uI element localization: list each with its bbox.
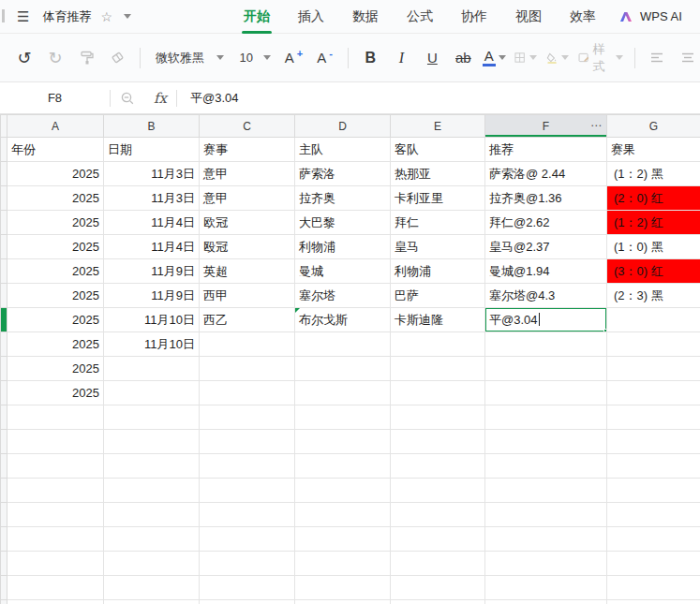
cell[interactable] [295, 332, 391, 357]
cell[interactable] [607, 527, 700, 552]
cell[interactable]: 巴萨 [391, 284, 485, 308]
cell[interactable] [200, 430, 295, 454]
cell[interactable] [295, 552, 391, 576]
cell[interactable] [485, 600, 607, 604]
cell[interactable] [391, 576, 485, 600]
cell[interactable] [295, 430, 391, 454]
cell[interactable] [200, 552, 295, 576]
fill-color-button[interactable] [545, 45, 569, 71]
align-left-button[interactable] [647, 45, 669, 71]
cell[interactable]: 拉齐奥 [295, 186, 391, 211]
cell[interactable] [104, 454, 200, 479]
formula-content[interactable]: 平@3.04 [190, 90, 239, 107]
cell[interactable]: 塞尔塔@4.3 [485, 284, 607, 308]
cell[interactable] [295, 527, 391, 552]
cell[interactable] [391, 552, 485, 576]
tab-collaborate[interactable]: 协作 [459, 8, 489, 25]
cell[interactable]: 主队 [295, 138, 391, 162]
cell[interactable] [295, 381, 391, 405]
cell[interactable]: 2025 [7, 211, 104, 235]
cell[interactable] [104, 479, 200, 503]
cell[interactable] [607, 479, 700, 503]
cell[interactable] [391, 357, 485, 381]
cell[interactable] [607, 332, 700, 357]
cell[interactable]: 殴冠 [200, 235, 295, 259]
cell[interactable]: 卡斯迪隆 [391, 308, 485, 332]
font-color-button[interactable]: A [483, 45, 505, 71]
cell[interactable]: 利物浦 [391, 259, 485, 284]
cell-style-button[interactable]: 样式 [577, 45, 623, 71]
cell[interactable] [295, 479, 391, 503]
insert-function-button[interactable]: fx [154, 90, 167, 107]
cell[interactable]: 热那亚 [391, 162, 485, 186]
cell[interactable] [7, 430, 104, 454]
cell-F8-editing[interactable]: 平@3.04 [485, 308, 607, 332]
borders-button[interactable] [514, 45, 536, 71]
cell[interactable] [7, 454, 104, 479]
row-header[interactable] [1, 259, 7, 284]
row-header[interactable] [1, 503, 7, 527]
row-header-selected[interactable] [1, 308, 7, 332]
hamburger-menu-icon[interactable]: ☰ [17, 8, 29, 25]
cell[interactable] [391, 332, 485, 357]
cell[interactable]: 西甲 [200, 284, 295, 308]
cell[interactable] [391, 600, 485, 604]
tab-view[interactable]: 视图 [514, 8, 544, 25]
column-header-B[interactable]: B [104, 115, 200, 138]
undo-button[interactable]: ↺ [13, 45, 36, 71]
cell[interactable] [200, 357, 295, 381]
cell[interactable] [7, 600, 104, 604]
row-header[interactable] [1, 235, 7, 259]
cell-flagged[interactable]: 布尔戈斯 [295, 308, 391, 332]
eraser-button[interactable] [106, 45, 128, 71]
cell[interactable] [391, 479, 485, 503]
cell[interactable] [391, 381, 485, 405]
column-header-F[interactable]: F ⋯ [485, 115, 607, 138]
cell[interactable] [485, 479, 607, 503]
cell[interactable]: 赛事 [200, 138, 295, 162]
cell[interactable]: 拜仁@2.62 [485, 211, 607, 235]
cell[interactable]: 2025 [7, 308, 104, 332]
underline-button[interactable]: U [421, 45, 443, 71]
cell[interactable]: 2025 [7, 162, 104, 186]
column-menu-icon[interactable]: ⋯ [590, 119, 602, 132]
cell[interactable] [200, 600, 295, 604]
cell[interactable]: 2025 [7, 284, 104, 308]
cell[interactable] [104, 430, 200, 454]
cell[interactable]: 欧冠 [200, 211, 295, 235]
zoom-search-button[interactable] [120, 91, 135, 106]
cell[interactable] [485, 332, 607, 357]
cell[interactable] [295, 576, 391, 600]
cell[interactable]: 利物浦 [295, 235, 391, 259]
row-header[interactable] [1, 284, 7, 308]
row-header[interactable] [1, 479, 7, 503]
tab-efficiency[interactable]: 效率 [568, 8, 598, 25]
row-header[interactable] [1, 381, 7, 405]
cell[interactable] [7, 479, 104, 503]
row-header[interactable] [1, 454, 7, 479]
cell[interactable] [607, 503, 700, 527]
cell[interactable] [607, 454, 700, 479]
column-header-A[interactable]: A [7, 115, 104, 138]
row-header[interactable] [1, 357, 7, 381]
cell[interactable]: 拜仁 [391, 211, 485, 235]
cell[interactable] [200, 479, 295, 503]
cell[interactable] [104, 357, 200, 381]
cell[interactable] [7, 576, 104, 600]
cell[interactable]: 萨索洛 [295, 162, 391, 186]
cell[interactable]: 皇马 [391, 235, 485, 259]
cell[interactable] [7, 527, 104, 552]
cell[interactable] [485, 503, 607, 527]
cell[interactable] [607, 405, 700, 430]
cell[interactable] [485, 405, 607, 430]
cell[interactable]: 11月3日 [104, 162, 200, 186]
decrease-font-button[interactable]: A - [314, 45, 336, 71]
name-box[interactable]: F8 [0, 82, 110, 113]
cell-result-red[interactable]: (1：2) 红 [607, 211, 700, 235]
cell[interactable]: 11月9日 [104, 284, 200, 308]
cell[interactable]: 意甲 [200, 162, 295, 186]
cell[interactable] [104, 552, 200, 576]
cell[interactable] [200, 454, 295, 479]
cell-result-red[interactable]: (2：0) 红 [607, 186, 700, 211]
cell[interactable] [104, 527, 200, 552]
